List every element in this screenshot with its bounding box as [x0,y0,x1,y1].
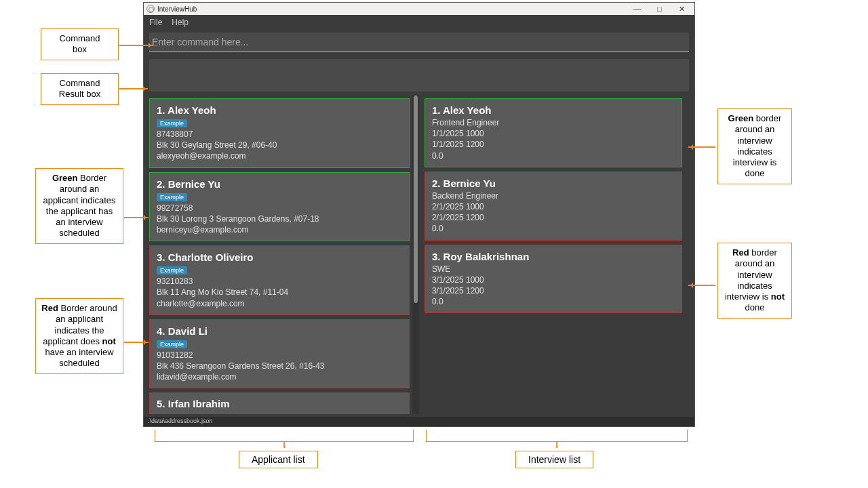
callout-green-applicant: Green Border around an applicant indicat… [35,168,123,244]
callout-red-applicant: Red Border around an applicant indicates… [35,298,123,374]
command-input[interactable] [149,33,689,52]
window-titlebar: InterviewHub — □ ✕ [144,3,694,15]
interview-title: 1. Alex Yeoh [432,104,675,116]
app-globe-icon [146,5,155,13]
interview-title: 2. Bernice Yu [432,178,675,189]
interview-card[interactable]: 2. Bernice YuBackend Engineer2/1/2025 10… [425,171,682,241]
applicant-badge: Example [157,119,187,127]
applicant-card[interactable]: 5. Irfan Ibrahim [149,392,410,414]
menu-help[interactable]: Help [172,18,189,27]
applicant-phone: 91031282 [157,350,402,361]
applicant-card[interactable]: 4. David LiExample91031282Blk 436 Serang… [149,319,410,389]
arrow-icon [124,342,149,343]
interview-time-start: 3/1/2025 1000 [432,274,675,285]
interview-role: SWE [432,264,675,274]
brace-icon [155,430,414,442]
applicant-badge: Example [157,340,187,348]
label-interview-list: Interview list [515,451,593,468]
interview-time-end: 2/1/2025 1200 [432,212,675,223]
applicant-email: alexyeoh@example.com [157,150,402,161]
interview-time-start: 2/1/2025 1000 [432,201,675,212]
lists-container: 1. Alex YeohExample87438807Blk 30 Geylan… [144,96,694,417]
window-title: InterviewHub [157,5,197,13]
applicant-scrollbar[interactable] [412,96,419,414]
interview-score: 0.0 [432,296,675,307]
applicant-email: berniceyu@example.com [157,224,402,235]
applicant-address: Blk 30 Lorong 3 Serangoon Gardens, #07-1… [157,214,402,224]
callout-green-interview: Green border around an interview indicat… [717,108,792,184]
arrow-icon [119,88,148,89]
applicant-phone: 87438807 [157,129,402,140]
applicant-badge: Example [157,193,187,201]
callout-red-interview: Red border around an interview indicates… [717,243,792,319]
status-bar: .\data\addressbook.json [144,417,694,426]
interview-score: 0.0 [432,150,675,161]
menu-bar: File Help [144,15,694,30]
interview-card[interactable]: 3. Roy BalakrishnanSWE3/1/2025 10003/1/2… [425,245,682,314]
applicant-card[interactable]: 2. Bernice YuExample99272758Blk 30 Loron… [149,172,410,242]
applicant-address: Blk 30 Geylang Street 29, #06-40 [157,140,402,150]
interview-role: Backend Engineer [432,190,675,201]
command-box [144,30,694,52]
interview-card[interactable]: 1. Alex YeohFrontend Engineer1/1/2025 10… [425,98,682,167]
applicant-address: Blk 436 Serangoon Gardens Street 26, #16… [157,361,402,371]
interview-title: 3. Roy Balakrishnan [432,251,675,262]
interview-role: Frontend Engineer [432,117,675,128]
callout-result-box: CommandResult box [41,73,119,105]
applicant-title: 3. Charlotte Oliveiro [157,251,402,263]
arrow-icon [124,217,149,218]
arrow-icon [688,146,715,148]
applicant-card[interactable]: 3. Charlotte OliveiroExample93210283Blk … [149,245,410,315]
applicant-title: 1. Alex Yeoh [157,104,402,116]
arrow-icon [119,45,153,46]
applicant-card[interactable]: 1. Alex YeohExample87438807Blk 30 Geylan… [149,98,410,168]
menu-file[interactable]: File [149,18,162,27]
app-window: InterviewHub — □ ✕ File Help 1. Alex Yeo… [144,3,694,426]
command-result-box [149,59,689,92]
interview-list: 1. Alex YeohFrontend Engineer1/1/2025 10… [425,96,689,414]
window-close-button[interactable]: ✕ [671,3,692,15]
applicant-address: Blk 11 Ang Mo Kio Street 74, #11-04 [157,287,402,298]
interview-time-end: 3/1/2025 1200 [432,285,675,296]
window-minimize-button[interactable]: — [627,3,647,15]
applicant-title: 4. David Li [157,325,402,337]
interview-time-end: 1/1/2025 1200 [432,139,675,150]
window-buttons: — □ ✕ [627,3,692,15]
applicant-phone: 99272758 [157,203,402,214]
interview-time-start: 1/1/2025 1000 [432,128,675,139]
applicant-email: charlotte@example.com [157,298,402,309]
applicant-list: 1. Alex YeohExample87438807Blk 30 Geylan… [149,96,419,414]
applicant-phone: 93210283 [157,276,402,287]
brace-icon [426,430,688,442]
interview-score: 0.0 [432,223,675,234]
applicant-title: 2. Bernice Yu [157,178,402,190]
applicant-title: 5. Irfan Ibrahim [157,398,402,409]
label-applicant-list: Applicant list [239,451,318,468]
arrow-icon [688,285,715,286]
applicant-badge: Example [157,266,187,274]
applicant-email: lidavid@example.com [157,371,402,382]
window-maximize-button[interactable]: □ [649,3,669,15]
callout-command-box: Commandbox [41,28,119,60]
